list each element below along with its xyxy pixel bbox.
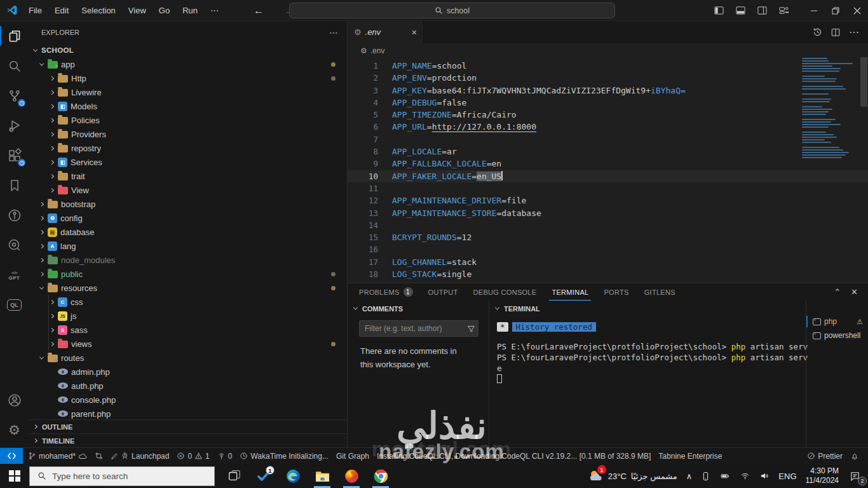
taskbar-edge[interactable] <box>278 464 308 488</box>
menu-[interactable]: ⋯ <box>205 4 224 17</box>
panel-tab-ports[interactable]: PORTS <box>601 283 631 301</box>
tree-item-public[interactable]: public <box>29 267 347 281</box>
tree-item-database[interactable]: ▤database <box>29 225 347 239</box>
menu-go[interactable]: Go <box>153 4 175 17</box>
code-area[interactable]: 1APP_NAME=school2APP_ENV=prodction3APP_K… <box>348 58 868 280</box>
tree-item-parent-php[interactable]: ⬮parent.php <box>29 407 347 421</box>
tree-item-providers[interactable]: Providers <box>29 127 347 141</box>
tree-item-routes[interactable]: eroutes <box>29 351 347 365</box>
layout-panel-icon[interactable] <box>729 0 751 21</box>
outline-section[interactable]: OUTLINE <box>29 419 347 433</box>
tree-item-node-modules[interactable]: node_modules <box>29 253 347 267</box>
tree-item-repostry[interactable]: repostry <box>29 141 347 155</box>
taskbar-search[interactable]: Type here to search <box>29 466 215 486</box>
tray-network[interactable] <box>735 464 755 488</box>
tree-item-admin-php[interactable]: ⬮admin.php <box>29 365 347 379</box>
tree-item-policies[interactable]: Policies <box>29 113 347 127</box>
comments-filter-input[interactable] <box>365 324 463 333</box>
tray-volume[interactable] <box>755 464 774 488</box>
status-git-graph[interactable]: Git Graph <box>332 448 373 464</box>
panel-tab-terminal[interactable]: TERMINAL <box>549 283 591 301</box>
tree-item-js[interactable]: JSjs <box>29 309 347 323</box>
tray-phone-link[interactable] <box>696 464 715 488</box>
comments-filter[interactable] <box>359 320 478 337</box>
taskbar-file-explorer[interactable] <box>308 464 337 488</box>
split-editor-icon[interactable] <box>831 28 840 37</box>
taskbar-firefox[interactable] <box>337 464 366 488</box>
tree-item-bootstrap[interactable]: bootstrap <box>29 197 347 211</box>
terminal-session-powershell[interactable]: powershell <box>806 329 868 342</box>
layout-sidebar-left-icon[interactable] <box>708 0 729 21</box>
tray-action-center[interactable]: 2 <box>845 464 868 488</box>
tree-item-resources[interactable]: resources <box>29 281 347 295</box>
panel-tab-gitlens[interactable]: GITLENS <box>642 283 678 301</box>
activity-search[interactable] <box>0 51 29 81</box>
tree-item-auth-php[interactable]: ⬮auth.php <box>29 379 347 393</box>
activity-settings[interactable]: ⚙ <box>0 415 29 445</box>
tree-item-sass[interactable]: Ssass <box>29 323 347 337</box>
activity-explorer[interactable] <box>0 21 29 51</box>
terminal-session-php[interactable]: php⚠ <box>806 315 868 329</box>
status-codeql-download[interactable]: Installing CodeQL CLI, Downloading CodeQ… <box>373 448 654 464</box>
tree-root-school[interactable]: SCHOOL <box>29 43 347 57</box>
status-feedback[interactable]: 0 <box>214 448 236 464</box>
panel-close-icon[interactable]: ✕ <box>851 287 858 297</box>
timeline-history-icon[interactable] <box>813 27 822 37</box>
minimize-button[interactable] <box>803 0 825 21</box>
tree-item-livewire[interactable]: Livewire <box>29 85 347 99</box>
panel-maximize-icon[interactable]: ⌃ <box>834 287 841 297</box>
menu-edit[interactable]: Edit <box>49 4 74 17</box>
menu-run[interactable]: Run <box>177 4 203 17</box>
activity-gitlens-search[interactable] <box>0 230 29 260</box>
activity-run-debug[interactable] <box>0 111 29 140</box>
tree-item-http[interactable]: Http <box>29 71 347 85</box>
status-notifications-bell[interactable] <box>846 448 863 464</box>
menu-selection[interactable]: Selection <box>76 4 121 17</box>
activity-bookmarks[interactable] <box>0 170 29 200</box>
explorer-more-actions-icon[interactable]: ⋯ <box>329 27 339 37</box>
restore-button[interactable] <box>825 0 846 21</box>
close-button[interactable] <box>846 0 868 21</box>
timeline-section[interactable]: TIMELINE <box>29 433 347 447</box>
activity-accounts[interactable] <box>0 385 29 415</box>
taskbar-chrome[interactable] <box>366 464 395 488</box>
panel-tab-problems[interactable]: PROBLEMS1 <box>356 283 416 301</box>
status-launchpad[interactable]: Launchpad <box>107 448 173 464</box>
activity-codeql[interactable]: QL <box>0 290 29 320</box>
status-gitlens-compare[interactable] <box>91 448 107 464</box>
editor-more-actions-icon[interactable]: ⋯ <box>849 26 859 38</box>
tree-item-lang[interactable]: Alang <box>29 239 347 253</box>
status-remote-indicator[interactable] <box>0 448 23 464</box>
taskbar-task-view[interactable] <box>220 464 249 488</box>
status-problems-status[interactable]: 01 <box>173 448 213 464</box>
minimap[interactable] <box>802 58 858 159</box>
editor-scrollbar-thumb[interactable] <box>860 57 867 107</box>
tree-item-services[interactable]: ◧Services <box>29 155 347 169</box>
activity-extensions[interactable] <box>0 140 29 170</box>
layout-sidebar-right-icon[interactable] <box>751 0 773 21</box>
tree-item-views[interactable]: views <box>29 337 347 351</box>
activity-chatgpt[interactable]: GPT <box>0 260 29 290</box>
menu-view[interactable]: View <box>123 4 152 17</box>
tray-weather[interactable]: 123°Cمشمس جزئيًا <box>583 464 682 488</box>
tab-env[interactable]: ⚙ .env × <box>348 21 423 43</box>
nav-back-icon[interactable]: ← <box>248 0 269 21</box>
tree-item-css[interactable]: Ccss <box>29 295 347 309</box>
comments-header[interactable]: COMMENTS <box>348 301 489 316</box>
breadcrumb[interactable]: ⚙ .env <box>348 43 868 58</box>
status-wakatime[interactable]: WakaTime Initializing... <box>236 448 332 464</box>
tree-item-trait[interactable]: trait <box>29 169 347 183</box>
status-branch-status[interactable]: mohamed* <box>24 448 91 464</box>
activity-source-control[interactable] <box>0 81 29 111</box>
panel-tab-debug-console[interactable]: DEBUG CONSOLE <box>471 283 539 301</box>
menu-file[interactable]: File <box>23 4 48 17</box>
status-prettier[interactable]: Prettier <box>803 448 846 464</box>
tray-language[interactable]: ENG <box>774 464 801 488</box>
tab-close-icon[interactable]: × <box>412 27 417 37</box>
tree-item-models[interactable]: ◧Models <box>29 99 347 113</box>
customize-layout-icon[interactable] <box>773 0 794 21</box>
tree-item-view[interactable]: View <box>29 183 347 197</box>
tree-item-app[interactable]: ◦app <box>29 57 347 71</box>
taskbar-todo-app[interactable]: 1 <box>249 464 278 488</box>
start-button[interactable] <box>0 464 29 488</box>
